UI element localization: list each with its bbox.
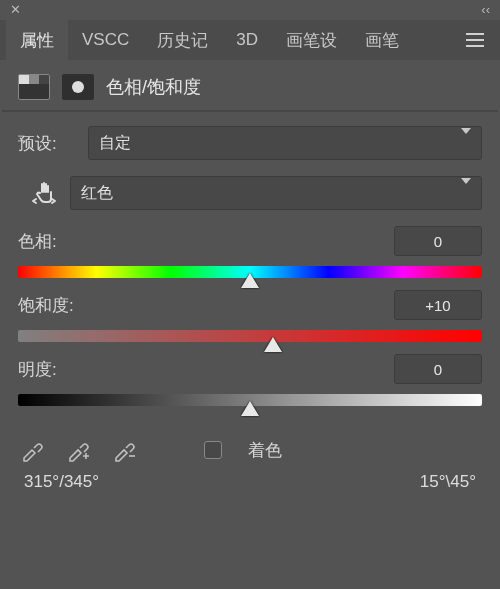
colorize-checkbox[interactable] <box>204 441 222 459</box>
preset-value: 自定 <box>99 133 131 154</box>
preset-dropdown[interactable]: 自定 <box>88 126 482 160</box>
chevron-down-icon <box>461 178 471 201</box>
lightness-label: 明度: <box>18 358 394 381</box>
color-range-readout: 315°/345° 15°\45° <box>18 468 482 492</box>
saturation-label: 饱和度: <box>18 294 394 317</box>
tab-brush[interactable]: 画笔 <box>351 20 413 60</box>
panel-menu-icon[interactable] <box>460 20 490 60</box>
tab-brush-presets[interactable]: 画笔设 <box>272 20 351 60</box>
adjustment-layer-icon[interactable] <box>18 74 50 100</box>
range-left: 315°/345° <box>24 472 99 492</box>
targeted-adjustment-icon[interactable] <box>18 177 70 209</box>
saturation-group: 饱和度: +10 <box>18 290 482 342</box>
tool-row: 着色 <box>18 418 482 468</box>
tab-properties[interactable]: 属性 <box>6 20 68 60</box>
adjustment-title: 色相/饱和度 <box>106 75 201 99</box>
layer-mask-icon[interactable] <box>62 74 94 100</box>
hue-value-input[interactable]: 0 <box>394 226 482 256</box>
preset-label: 预设: <box>18 132 88 155</box>
saturation-slider-thumb[interactable] <box>264 337 282 352</box>
saturation-slider-track[interactable] <box>18 330 482 342</box>
lightness-group: 明度: 0 <box>18 354 482 406</box>
channel-value: 红色 <box>81 183 113 204</box>
close-icon[interactable]: ✕ <box>10 2 21 20</box>
colorize-label: 着色 <box>248 439 282 462</box>
hue-label: 色相: <box>18 230 394 253</box>
panel-top-controls: ✕ ‹‹ <box>0 0 500 20</box>
eyedropper-plus-icon[interactable] <box>64 436 92 464</box>
properties-panel: ✕ ‹‹ 属性 VSCC 历史记 3D 画笔设 画笔 色相/饱和度 预设: 自定 <box>0 0 500 589</box>
lightness-slider-thumb[interactable] <box>241 401 259 416</box>
hue-slider-thumb[interactable] <box>241 273 259 288</box>
channel-row: 红色 <box>18 176 482 210</box>
adjustment-header: 色相/饱和度 <box>0 60 500 110</box>
saturation-value-input[interactable]: +10 <box>394 290 482 320</box>
eyedropper-minus-icon[interactable] <box>110 436 138 464</box>
range-right: 15°\45° <box>420 472 476 492</box>
lightness-slider-track[interactable] <box>18 394 482 406</box>
hue-slider-track[interactable] <box>18 266 482 278</box>
hue-group: 色相: 0 <box>18 226 482 278</box>
collapse-icon[interactable]: ‹‹ <box>481 2 490 20</box>
panel-tabs: 属性 VSCC 历史记 3D 画笔设 画笔 <box>0 20 500 60</box>
chevron-down-icon <box>461 128 471 151</box>
tab-vscc[interactable]: VSCC <box>68 20 143 60</box>
preset-row: 预设: 自定 <box>18 126 482 160</box>
lightness-value-input[interactable]: 0 <box>394 354 482 384</box>
adjustment-body: 预设: 自定 红色 色相: <box>0 112 500 492</box>
tab-history[interactable]: 历史记 <box>143 20 222 60</box>
eyedropper-icon[interactable] <box>18 436 46 464</box>
channel-dropdown[interactable]: 红色 <box>70 176 482 210</box>
tab-3d[interactable]: 3D <box>222 20 272 60</box>
